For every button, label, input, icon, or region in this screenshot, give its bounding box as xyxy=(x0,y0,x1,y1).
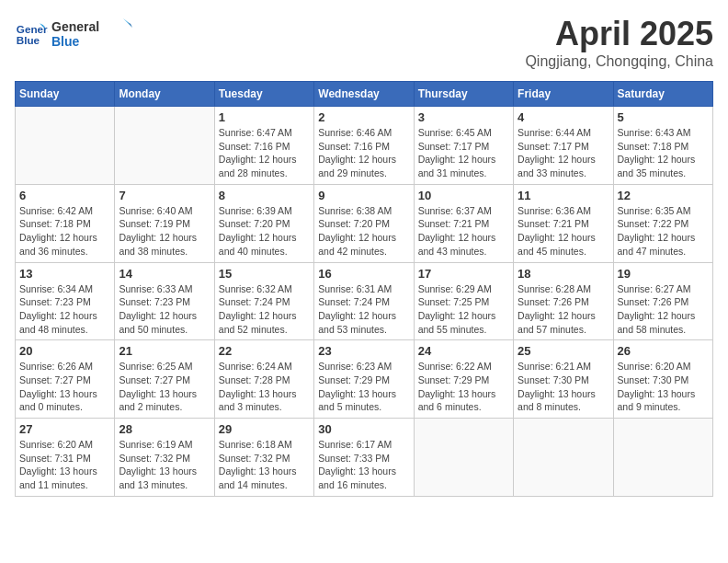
weekday-header-friday: Friday xyxy=(514,82,613,107)
calendar-week-row: 20Sunrise: 6:26 AM Sunset: 7:27 PM Dayli… xyxy=(16,340,713,419)
day-info: Sunrise: 6:47 AM Sunset: 7:16 PM Dayligh… xyxy=(219,126,310,180)
day-number: 23 xyxy=(318,344,409,358)
calendar-cell: 27Sunrise: 6:20 AM Sunset: 7:31 PM Dayli… xyxy=(16,419,115,497)
calendar-cell: 10Sunrise: 6:37 AM Sunset: 7:21 PM Dayli… xyxy=(414,184,513,262)
calendar-cell: 6Sunrise: 6:42 AM Sunset: 7:18 PM Daylig… xyxy=(16,184,115,262)
day-number: 1 xyxy=(219,110,310,124)
day-number: 2 xyxy=(318,110,409,124)
calendar-cell: 2Sunrise: 6:46 AM Sunset: 7:16 PM Daylig… xyxy=(314,107,414,185)
weekday-header-thursday: Thursday xyxy=(414,82,513,107)
calendar-cell: 4Sunrise: 6:44 AM Sunset: 7:17 PM Daylig… xyxy=(514,107,613,185)
calendar-cell: 26Sunrise: 6:20 AM Sunset: 7:30 PM Dayli… xyxy=(613,340,712,419)
logo-svg: General Blue xyxy=(51,15,134,52)
calendar-cell: 25Sunrise: 6:21 AM Sunset: 7:30 PM Dayli… xyxy=(514,340,613,419)
day-number: 27 xyxy=(19,422,110,436)
calendar-cell: 1Sunrise: 6:47 AM Sunset: 7:16 PM Daylig… xyxy=(214,107,313,185)
day-number: 20 xyxy=(19,344,110,358)
logo: General Blue General Blue xyxy=(15,15,134,52)
day-info: Sunrise: 6:40 AM Sunset: 7:19 PM Dayligh… xyxy=(119,204,210,259)
day-number: 26 xyxy=(618,344,709,358)
calendar-cell: 19Sunrise: 6:27 AM Sunset: 7:26 PM Dayli… xyxy=(613,262,712,340)
svg-marker-6 xyxy=(123,18,132,28)
calendar-cell: 9Sunrise: 6:38 AM Sunset: 7:20 PM Daylig… xyxy=(314,184,414,262)
day-info: Sunrise: 6:39 AM Sunset: 7:20 PM Dayligh… xyxy=(219,204,310,259)
day-info: Sunrise: 6:24 AM Sunset: 7:28 PM Dayligh… xyxy=(219,360,310,414)
calendar-week-row: 1Sunrise: 6:47 AM Sunset: 7:16 PM Daylig… xyxy=(16,107,713,185)
day-info: Sunrise: 6:34 AM Sunset: 7:23 PM Dayligh… xyxy=(19,282,110,337)
day-number: 15 xyxy=(219,267,310,281)
day-info: Sunrise: 6:20 AM Sunset: 7:31 PM Dayligh… xyxy=(19,438,110,492)
day-number: 24 xyxy=(418,344,509,358)
calendar-cell: 23Sunrise: 6:23 AM Sunset: 7:29 PM Dayli… xyxy=(314,340,414,419)
svg-text:Blue: Blue xyxy=(51,34,80,49)
weekday-header-saturday: Saturday xyxy=(613,82,712,107)
logo-icon: General Blue xyxy=(15,17,48,50)
day-number: 22 xyxy=(219,344,310,358)
calendar-cell: 24Sunrise: 6:22 AM Sunset: 7:29 PM Dayli… xyxy=(414,340,513,419)
day-info: Sunrise: 6:20 AM Sunset: 7:30 PM Dayligh… xyxy=(618,360,709,414)
day-number: 7 xyxy=(119,189,210,202)
calendar-cell: 17Sunrise: 6:29 AM Sunset: 7:25 PM Dayli… xyxy=(414,262,513,340)
calendar-cell: 12Sunrise: 6:35 AM Sunset: 7:22 PM Dayli… xyxy=(613,184,712,262)
day-number: 25 xyxy=(518,344,609,358)
calendar-cell: 22Sunrise: 6:24 AM Sunset: 7:28 PM Dayli… xyxy=(214,340,313,419)
weekday-header-row: SundayMondayTuesdayWednesdayThursdayFrid… xyxy=(16,82,713,107)
day-number: 10 xyxy=(418,189,509,202)
day-info: Sunrise: 6:33 AM Sunset: 7:23 PM Dayligh… xyxy=(119,282,210,337)
day-info: Sunrise: 6:23 AM Sunset: 7:29 PM Dayligh… xyxy=(318,360,409,414)
weekday-header-wednesday: Wednesday xyxy=(314,82,414,107)
svg-text:General: General xyxy=(51,19,99,34)
day-info: Sunrise: 6:37 AM Sunset: 7:21 PM Dayligh… xyxy=(418,204,509,259)
calendar-week-row: 6Sunrise: 6:42 AM Sunset: 7:18 PM Daylig… xyxy=(16,184,713,262)
day-number: 28 xyxy=(119,422,210,436)
day-info: Sunrise: 6:44 AM Sunset: 7:17 PM Dayligh… xyxy=(518,126,609,180)
weekday-header-sunday: Sunday xyxy=(16,82,115,107)
calendar-cell: 7Sunrise: 6:40 AM Sunset: 7:19 PM Daylig… xyxy=(115,184,214,262)
calendar-cell: 28Sunrise: 6:19 AM Sunset: 7:32 PM Dayli… xyxy=(115,419,214,497)
day-number: 17 xyxy=(418,267,509,281)
day-info: Sunrise: 6:18 AM Sunset: 7:32 PM Dayligh… xyxy=(219,438,310,492)
calendar-week-row: 13Sunrise: 6:34 AM Sunset: 7:23 PM Dayli… xyxy=(16,262,713,340)
calendar-cell: 18Sunrise: 6:28 AM Sunset: 7:26 PM Dayli… xyxy=(514,262,613,340)
day-info: Sunrise: 6:36 AM Sunset: 7:21 PM Dayligh… xyxy=(518,204,609,259)
day-info: Sunrise: 6:29 AM Sunset: 7:25 PM Dayligh… xyxy=(418,282,509,337)
day-info: Sunrise: 6:17 AM Sunset: 7:33 PM Dayligh… xyxy=(318,438,409,492)
day-info: Sunrise: 6:38 AM Sunset: 7:20 PM Dayligh… xyxy=(318,204,409,259)
calendar-cell xyxy=(613,419,712,497)
day-number: 4 xyxy=(518,110,609,124)
calendar-cell xyxy=(16,107,115,185)
page-header: General Blue General Blue April 2025 Qin… xyxy=(15,15,713,70)
calendar-cell: 15Sunrise: 6:32 AM Sunset: 7:24 PM Dayli… xyxy=(214,262,313,340)
calendar-cell xyxy=(514,419,613,497)
day-number: 14 xyxy=(119,267,210,281)
month-title: April 2025 xyxy=(525,15,713,53)
day-info: Sunrise: 6:25 AM Sunset: 7:27 PM Dayligh… xyxy=(119,360,210,414)
day-info: Sunrise: 6:31 AM Sunset: 7:24 PM Dayligh… xyxy=(318,282,409,337)
day-info: Sunrise: 6:22 AM Sunset: 7:29 PM Dayligh… xyxy=(418,360,509,414)
day-number: 16 xyxy=(318,267,409,281)
calendar-week-row: 27Sunrise: 6:20 AM Sunset: 7:31 PM Dayli… xyxy=(16,419,713,497)
calendar-cell: 21Sunrise: 6:25 AM Sunset: 7:27 PM Dayli… xyxy=(115,340,214,419)
calendar-cell: 16Sunrise: 6:31 AM Sunset: 7:24 PM Dayli… xyxy=(314,262,414,340)
day-number: 6 xyxy=(19,189,110,202)
calendar-cell: 11Sunrise: 6:36 AM Sunset: 7:21 PM Dayli… xyxy=(514,184,613,262)
day-number: 21 xyxy=(119,344,210,358)
calendar-cell xyxy=(414,419,513,497)
day-info: Sunrise: 6:43 AM Sunset: 7:18 PM Dayligh… xyxy=(618,126,709,180)
title-area: April 2025 Qingjiang, Chongqing, China xyxy=(525,15,713,70)
day-info: Sunrise: 6:46 AM Sunset: 7:16 PM Dayligh… xyxy=(318,126,409,180)
day-number: 19 xyxy=(618,267,709,281)
day-info: Sunrise: 6:26 AM Sunset: 7:27 PM Dayligh… xyxy=(19,360,110,414)
calendar-cell: 13Sunrise: 6:34 AM Sunset: 7:23 PM Dayli… xyxy=(16,262,115,340)
svg-text:Blue: Blue xyxy=(17,34,40,46)
weekday-header-tuesday: Tuesday xyxy=(214,82,313,107)
calendar-cell: 30Sunrise: 6:17 AM Sunset: 7:33 PM Dayli… xyxy=(314,419,414,497)
day-info: Sunrise: 6:45 AM Sunset: 7:17 PM Dayligh… xyxy=(418,126,509,180)
day-number: 13 xyxy=(19,267,110,281)
day-number: 12 xyxy=(618,189,709,202)
calendar-cell: 3Sunrise: 6:45 AM Sunset: 7:17 PM Daylig… xyxy=(414,107,513,185)
day-info: Sunrise: 6:28 AM Sunset: 7:26 PM Dayligh… xyxy=(518,282,609,337)
calendar-table: SundayMondayTuesdayWednesdayThursdayFrid… xyxy=(15,81,713,497)
day-number: 8 xyxy=(219,189,310,202)
calendar-cell: 29Sunrise: 6:18 AM Sunset: 7:32 PM Dayli… xyxy=(214,419,313,497)
